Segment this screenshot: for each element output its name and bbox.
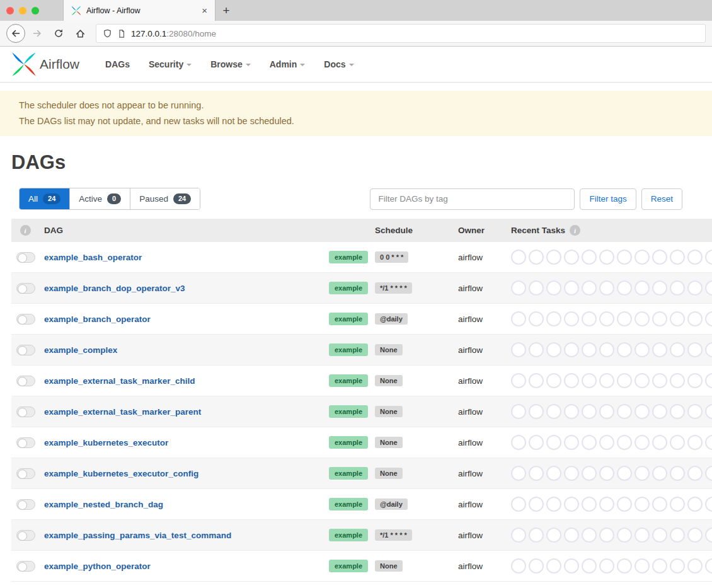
dag-tag-badge[interactable]: example	[329, 313, 368, 325]
nav-item-dags[interactable]: DAGs	[96, 47, 139, 82]
task-status-circle	[546, 466, 561, 481]
nav-item-docs[interactable]: Docs	[314, 47, 363, 82]
airflow-brand[interactable]: Airflow	[11, 52, 79, 77]
browser-tab-airflow[interactable]: Airflow - Airflow ×	[63, 0, 215, 21]
dag-pause-toggle[interactable]	[16, 468, 35, 479]
task-status-circle	[617, 280, 632, 296]
task-status-circle	[705, 373, 712, 388]
dag-tag-badge[interactable]: example	[329, 467, 368, 480]
table-body: example_bash_operator example 0 0 * * * …	[0, 242, 712, 582]
dag-name-link[interactable]: example_bash_operator	[39, 253, 329, 262]
dag-tag-badge[interactable]: example	[329, 498, 368, 510]
task-status-circle	[634, 558, 650, 574]
recent-tasks-row	[511, 558, 712, 574]
dag-row: example_branch_operator example @daily a…	[11, 304, 712, 335]
dag-name-link[interactable]: example_external_task_marker_child	[39, 376, 329, 386]
nav-item-label: Docs	[324, 59, 345, 69]
toggle-cell	[11, 468, 39, 479]
task-status-circle	[705, 311, 712, 326]
dag-tag-badge[interactable]: example	[329, 343, 368, 356]
owner-label: airflow	[458, 284, 511, 293]
reload-button[interactable]	[49, 24, 68, 43]
close-window-button[interactable]	[6, 7, 14, 14]
tab-close-icon[interactable]: ×	[199, 4, 210, 16]
task-status-circle	[529, 497, 544, 512]
dag-pause-toggle[interactable]	[16, 437, 35, 448]
column-header-dag: DAG	[39, 226, 329, 235]
minimize-window-button[interactable]	[19, 7, 26, 14]
dag-name-link[interactable]: example_branch_dop_operator_v3	[39, 284, 329, 293]
dag-tag-badge[interactable]: example	[329, 374, 368, 387]
dag-name-link[interactable]: example_kubernetes_executor_config	[39, 469, 329, 478]
owner-label: airflow	[458, 407, 511, 417]
dag-pause-toggle[interactable]	[16, 283, 35, 294]
task-status-circle	[652, 250, 667, 265]
task-status-circle	[546, 404, 561, 419]
dag-name-link[interactable]: example_nested_branch_dag	[39, 500, 329, 509]
task-status-circle	[687, 404, 703, 419]
task-status-circle	[634, 373, 650, 388]
nav-item-label: DAGs	[105, 59, 130, 69]
nav-item-browse[interactable]: Browse	[201, 47, 260, 82]
dag-pause-toggle[interactable]	[16, 530, 35, 541]
dag-pause-toggle[interactable]	[16, 561, 35, 572]
dag-row: example_nested_branch_dag example @daily…	[11, 489, 712, 520]
dag-name-link[interactable]: example_external_task_marker_parent	[39, 407, 329, 417]
recent-tasks-row	[511, 404, 712, 419]
recent-tasks-row	[511, 435, 712, 450]
dag-name-link[interactable]: example_branch_operator	[39, 314, 329, 324]
dag-pause-toggle[interactable]	[16, 345, 35, 355]
column-header-recent-tasks: Recent Tasks i	[511, 225, 712, 236]
nav-item-security[interactable]: Security	[139, 47, 201, 82]
new-tab-button[interactable]: +	[215, 0, 237, 21]
schedule-badge: 0 0 * * *	[375, 251, 408, 263]
dag-pause-toggle[interactable]	[16, 314, 35, 325]
filter-tab-paused[interactable]: Paused24	[130, 188, 200, 209]
address-bar[interactable]: 127.0.0.1:28080/home	[96, 24, 706, 43]
back-button[interactable]	[6, 24, 25, 43]
task-status-circle	[670, 373, 685, 388]
dag-name-link[interactable]: example_kubernetes_executor	[39, 438, 329, 447]
dag-pause-toggle[interactable]	[16, 376, 35, 386]
column-header-owner: Owner	[458, 226, 511, 235]
filter-row: All24Active0Paused24 Filter tags Reset	[11, 188, 701, 210]
filter-tags-button[interactable]: Filter tags	[580, 188, 636, 210]
table-header: i DAG Schedule Owner Recent Tasks i	[11, 219, 712, 242]
task-status-circle	[564, 558, 579, 574]
zoom-window-button[interactable]	[32, 7, 39, 14]
dag-tag-badge[interactable]: example	[329, 436, 368, 449]
home-button[interactable]	[71, 24, 89, 43]
schedule-badge: None	[375, 375, 403, 386]
dag-name-link[interactable]: example_complex	[39, 345, 329, 355]
dag-row: example_python_operator example None air…	[11, 551, 712, 582]
toggle-cell	[11, 345, 39, 355]
dag-tag-badge[interactable]: example	[329, 560, 368, 572]
task-status-circle	[705, 435, 712, 450]
task-status-circle	[617, 404, 632, 419]
task-status-circle	[652, 497, 667, 512]
dag-tag-badge[interactable]: example	[329, 529, 368, 541]
dag-pause-toggle[interactable]	[16, 406, 35, 417]
nav-item-admin[interactable]: Admin	[260, 47, 315, 82]
filter-dags-by-tag-input[interactable]	[370, 188, 575, 210]
dag-tag-badge[interactable]: example	[329, 405, 368, 418]
dag-pause-toggle[interactable]	[16, 499, 35, 510]
dag-tag-badge[interactable]: example	[329, 251, 368, 263]
filter-tab-all[interactable]: All24	[20, 188, 70, 209]
filter-tab-active[interactable]: Active0	[70, 188, 130, 209]
task-status-circle	[670, 404, 685, 419]
dag-name-link[interactable]: example_python_operator	[39, 562, 329, 571]
owner-label: airflow	[458, 562, 511, 571]
task-status-circle	[634, 435, 650, 450]
forward-button[interactable]	[28, 24, 47, 43]
url-host: 127.0.0.1	[131, 29, 166, 38]
dag-pause-toggle[interactable]	[16, 252, 35, 263]
task-status-circle	[687, 250, 703, 265]
task-status-circle	[599, 373, 614, 388]
dag-filter-tabs: All24Active0Paused24	[19, 188, 200, 210]
dag-name-link[interactable]: example_passing_params_via_test_command	[39, 531, 329, 540]
reset-button[interactable]: Reset	[641, 188, 682, 210]
toggle-cell	[11, 283, 39, 294]
task-status-circle	[582, 466, 597, 481]
dag-tag-badge[interactable]: example	[329, 282, 368, 294]
